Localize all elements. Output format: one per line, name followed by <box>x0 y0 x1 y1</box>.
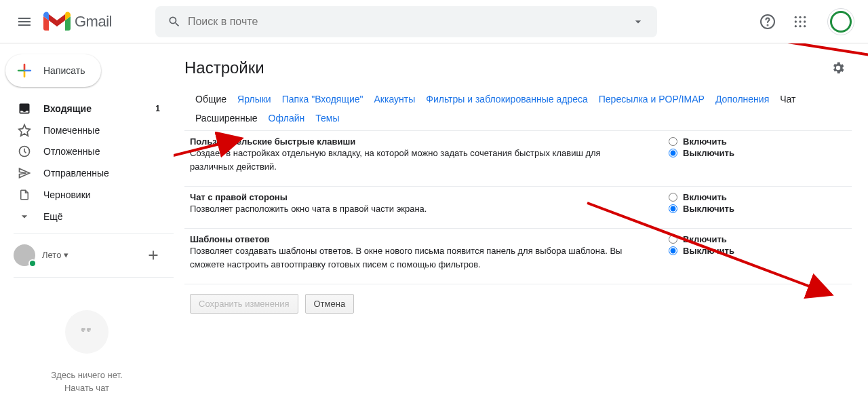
enable-radio[interactable]: Включить <box>669 136 846 147</box>
cancel-button[interactable]: Отмена <box>305 294 355 314</box>
tab-labels[interactable]: Ярлыки <box>232 90 277 109</box>
enable-radio[interactable]: Включить <box>669 192 846 202</box>
inbox-count: 1 <box>155 104 160 113</box>
action-buttons: Сохранить изменения Отмена <box>184 284 852 323</box>
plus-icon <box>146 248 161 263</box>
compose-button[interactable]: Написать <box>5 54 101 87</box>
svg-point-9 <box>799 25 801 27</box>
caret-down-icon: ▾ <box>64 250 68 260</box>
hangouts-username: Лето <box>42 250 61 260</box>
sidebar-item-label: Отложенные <box>43 146 100 157</box>
new-chat-button[interactable] <box>141 243 165 267</box>
gmail-m-icon <box>43 12 71 32</box>
hangouts-empty-text: Здесь ничего нет. <box>51 370 122 380</box>
tab-addons[interactable]: Дополнения <box>710 90 774 109</box>
svg-point-1 <box>768 24 768 25</box>
sidebar-divider <box>14 277 174 278</box>
apps-button[interactable] <box>787 8 814 35</box>
settings-tabs: Общие Ярлыки Папка "Входящие" Аккаунты Ф… <box>184 90 852 131</box>
main-menu-button[interactable] <box>8 5 41 38</box>
svg-point-2 <box>795 16 797 18</box>
search-options-button[interactable] <box>625 8 652 35</box>
search-bar <box>155 6 657 37</box>
sidebar-item-more[interactable]: Ещё <box>0 206 168 227</box>
brand-label: Gmail <box>75 13 112 31</box>
user-avatar-icon <box>14 244 35 266</box>
sidebar-item-snoozed[interactable]: Отложенные <box>0 141 168 163</box>
tab-accounts[interactable]: Аккаунты <box>369 90 421 109</box>
setting-desc: Позволяет создавать шаблоны ответов. В о… <box>190 244 624 272</box>
svg-point-3 <box>799 16 801 18</box>
hamburger-icon <box>16 14 33 30</box>
setting-desc: Создает в настройках отдельную вкладку, … <box>190 147 624 174</box>
sidebar-item-starred[interactable]: Помеченные <box>0 119 168 141</box>
sidebar-item-drafts[interactable]: Черновики <box>0 184 168 206</box>
sidebar-item-label: Входящие <box>43 103 92 114</box>
plus-icon <box>14 60 35 81</box>
svg-point-7 <box>804 20 806 22</box>
presence-dot-icon <box>28 259 37 267</box>
tab-chat[interactable]: Чат <box>774 90 801 109</box>
setting-custom-shortcuts: Пользовательские быстрые клавиши Создает… <box>184 131 852 187</box>
sidebar-item-label: Черновики <box>43 189 91 200</box>
sidebar-divider <box>14 233 174 233</box>
settings-main: Настройки Общие Ярлыки Папка "Входящие" … <box>174 43 868 393</box>
svg-point-8 <box>795 25 797 27</box>
search-button[interactable] <box>161 8 188 35</box>
chevron-down-icon <box>18 210 31 223</box>
setting-title: Шаблоны ответов <box>190 234 624 244</box>
sidebar-item-label: Ещё <box>43 211 63 222</box>
setting-desc: Позволяет расположить окно чата в правой… <box>190 202 624 216</box>
disable-radio[interactable]: Выключить <box>669 246 846 256</box>
page-title: Настройки <box>184 58 264 77</box>
quote-bubble-icon <box>65 310 108 354</box>
start-chat-link[interactable]: Начать чат <box>64 383 109 393</box>
sidebar-item-label: Помеченные <box>43 125 100 136</box>
search-icon <box>167 15 181 29</box>
svg-point-10 <box>804 25 806 27</box>
clock-icon <box>18 145 31 158</box>
sidebar-item-sent[interactable]: Отправленные <box>0 162 168 184</box>
settings-gear-button[interactable] <box>825 54 852 81</box>
sidebar-item-label: Отправленные <box>43 168 109 179</box>
sidebar-item-inbox[interactable]: Входящие 1 <box>0 98 168 119</box>
account-button[interactable] <box>827 8 854 35</box>
tab-inbox[interactable]: Папка "Входящие" <box>277 90 369 109</box>
tab-advanced[interactable]: Расширенные <box>190 109 263 128</box>
apps-grid-icon <box>793 15 807 29</box>
header-right <box>754 8 854 35</box>
setting-templates: Шаблоны ответов Позволяет создавать шабл… <box>184 229 852 284</box>
inbox-icon <box>18 102 31 115</box>
hangouts-empty: Здесь ничего нет. Начать чат <box>0 310 174 393</box>
caret-down-icon <box>631 15 645 29</box>
setting-title: Пользовательские быстрые клавиши <box>190 136 624 147</box>
tab-filters[interactable]: Фильтры и заблокированные адреса <box>420 90 593 109</box>
search-wrap <box>155 6 657 37</box>
search-input[interactable] <box>188 16 625 28</box>
star-icon <box>18 124 31 137</box>
save-button[interactable]: Сохранить изменения <box>190 294 298 314</box>
gmail-logo[interactable]: Gmail <box>43 12 112 32</box>
draft-icon <box>18 188 31 202</box>
svg-point-5 <box>795 20 797 22</box>
setting-right-chat: Чат с правой стороны Позволяет расположи… <box>184 187 852 229</box>
send-icon <box>18 166 31 180</box>
tab-forwarding[interactable]: Пересылка и POP/IMAP <box>593 90 710 109</box>
tab-offline[interactable]: Офлайн <box>263 109 311 128</box>
sidebar: Написать Входящие 1 Помеченные Отложенны… <box>0 43 174 393</box>
help-icon <box>760 14 776 30</box>
enable-radio[interactable]: Включить <box>669 234 846 244</box>
avatar-icon <box>830 11 852 33</box>
gear-icon <box>831 60 846 75</box>
svg-point-6 <box>799 20 801 22</box>
setting-title: Чат с правой стороны <box>190 192 624 202</box>
tab-general[interactable]: Общие <box>190 90 232 109</box>
tab-themes[interactable]: Темы <box>310 109 344 128</box>
disable-radio[interactable]: Выключить <box>669 204 846 214</box>
app-header: Gmail <box>0 0 868 43</box>
compose-label: Написать <box>43 65 85 76</box>
hangouts-user-row[interactable]: Лето ▾ <box>0 239 174 272</box>
support-button[interactable] <box>754 8 781 35</box>
svg-point-4 <box>804 16 806 18</box>
disable-radio[interactable]: Выключить <box>669 148 846 158</box>
